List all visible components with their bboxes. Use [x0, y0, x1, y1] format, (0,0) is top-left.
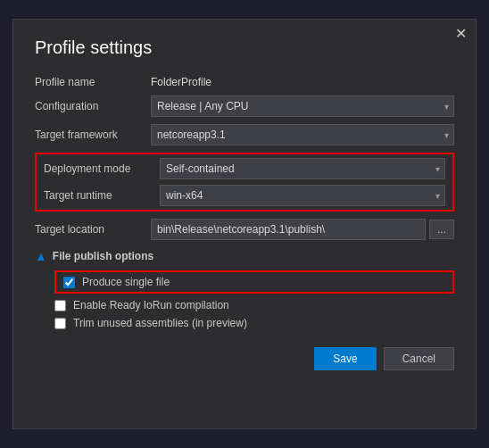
produce-single-file-row: Produce single file [54, 270, 454, 294]
target-framework-row: Target framework netcoreapp3.1 ▾ [35, 124, 454, 145]
browse-button[interactable]: ... [429, 220, 454, 239]
profile-name-value: FolderProfile [151, 76, 454, 88]
deployment-mode-label: Deployment mode [44, 162, 160, 175]
target-location-input[interactable] [151, 219, 426, 240]
configuration-select[interactable]: Release | Any CPU [151, 95, 454, 117]
cancel-button[interactable]: Cancel [384, 347, 454, 370]
target-runtime-select-wrapper: win-x64 ▾ [160, 185, 445, 206]
enable-ready-iorun-checkbox[interactable] [54, 300, 66, 311]
deployment-mode-row: Deployment mode Self-contained ▾ [44, 158, 445, 179]
trim-unused-assemblies-row: Trim unused assemblies (in preview) [54, 317, 454, 329]
configuration-select-wrapper: Release | Any CPU ▾ [151, 95, 454, 117]
save-button[interactable]: Save [314, 347, 376, 370]
enable-ready-iorun-row: Enable Ready IoRun compilation [54, 299, 454, 311]
file-publish-expand-icon: ▲ [35, 249, 47, 263]
close-button[interactable]: ✕ [455, 27, 467, 41]
configuration-label: Configuration [35, 100, 151, 112]
target-runtime-label: Target runtime [44, 189, 160, 202]
profile-settings-dialog: ✕ Profile settings Profile name FolderPr… [12, 19, 477, 429]
file-publish-header[interactable]: ▲ File publish options [35, 249, 454, 263]
file-publish-label: File publish options [53, 250, 153, 262]
target-location-row: Target location ... [35, 219, 454, 240]
deployment-highlight-box: Deployment mode Self-contained ▾ Target … [35, 153, 454, 212]
trim-unused-assemblies-checkbox[interactable] [54, 318, 66, 329]
target-runtime-select[interactable]: win-x64 [160, 185, 445, 206]
dialog-footer: Save Cancel [35, 347, 454, 370]
target-framework-label: Target framework [35, 129, 151, 141]
dialog-title: Profile settings [35, 37, 454, 58]
target-framework-select[interactable]: netcoreapp3.1 [151, 124, 454, 145]
file-publish-section: ▲ File publish options Produce single fi… [35, 249, 454, 329]
configuration-row: Configuration Release | Any CPU ▾ [35, 95, 454, 117]
produce-single-file-label: Produce single file [82, 276, 170, 288]
target-runtime-row: Target runtime win-x64 ▾ [44, 185, 445, 206]
deployment-mode-select-wrapper: Self-contained ▾ [160, 158, 445, 179]
deployment-mode-select[interactable]: Self-contained [160, 158, 445, 179]
enable-ready-iorun-label: Enable Ready IoRun compilation [73, 299, 229, 311]
file-publish-options: Produce single file Enable Ready IoRun c… [35, 270, 454, 329]
profile-name-label: Profile name [35, 76, 151, 88]
target-location-label: Target location [35, 223, 151, 236]
produce-single-file-checkbox[interactable] [63, 277, 75, 288]
target-framework-select-wrapper: netcoreapp3.1 ▾ [151, 124, 454, 145]
profile-name-row: Profile name FolderProfile [35, 76, 454, 88]
trim-unused-assemblies-label: Trim unused assemblies (in preview) [73, 317, 247, 329]
